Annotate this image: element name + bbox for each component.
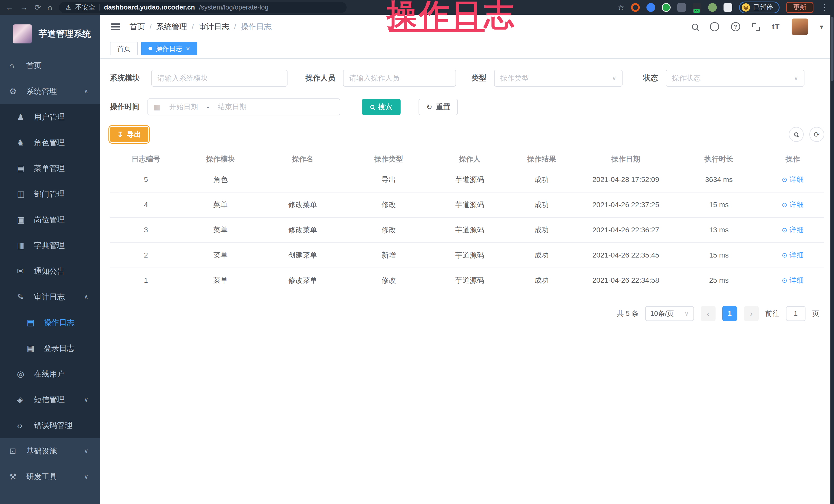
sidebar-item-dictionary[interactable]: ▥字典管理 (0, 233, 100, 258)
forward-icon[interactable]: → (20, 4, 28, 11)
table-row: 1菜单修改菜单修改芋道源码成功2021-04-26 22:34:5825 ms⊙… (110, 268, 824, 293)
sidebar-item-error-codes[interactable]: ‹›错误码管理 (0, 413, 100, 438)
extensions-puzzle-icon[interactable] (724, 3, 732, 12)
table-column-header: 操作名 (259, 154, 346, 164)
tab-operate-log[interactable]: 操作日志× (141, 42, 197, 55)
extension-icon-3[interactable] (662, 3, 671, 12)
cell-name: 创建菜单 (259, 250, 346, 260)
sidebar-item-audit-log[interactable]: ✎审计日志∧ (0, 284, 100, 310)
table-toolbar: ↧ 导出 ⟳ (110, 127, 824, 142)
bookmark-star-icon[interactable]: ☆ (617, 3, 624, 12)
user-avatar[interactable] (792, 19, 808, 35)
prev-page-button[interactable]: ‹ (701, 306, 716, 321)
browser-menu-kebab-icon[interactable]: ⋮ (820, 3, 828, 12)
address-bar[interactable]: ⚠ 不安全 dashboard.yudao.iocoder.cn /system… (59, 2, 347, 13)
cell-id: 3 (110, 226, 182, 234)
extension-icon-5[interactable]: on (693, 3, 701, 12)
fullscreen-icon[interactable] (752, 23, 760, 31)
sidebar-item-dev-tools[interactable]: ⚒研发工具∨ (0, 464, 100, 489)
sidebar-item-menus[interactable]: ▤菜单管理 (0, 155, 100, 181)
operator-input[interactable] (343, 70, 456, 87)
sidebar-item-sms[interactable]: ◈短信管理∨ (0, 387, 100, 413)
sidebar-item-departments[interactable]: ◫部门管理 (0, 181, 100, 207)
extension-icon-1[interactable] (631, 3, 640, 12)
sidebar-item-users[interactable]: ♟用户管理 (0, 104, 100, 130)
close-icon[interactable]: × (186, 45, 190, 52)
chevron-down-icon: ∨ (84, 447, 88, 455)
time-label: 操作时间 (110, 102, 140, 112)
page-size-select[interactable]: 10条/页 ∨ (645, 306, 694, 321)
sidebar-item-posts[interactable]: ▣岗位管理 (0, 207, 100, 233)
sidebar-item-system[interactable]: ⚙系统管理∧ (0, 79, 100, 104)
pagination: 共 5 条 10条/页 ∨ ‹ 1 › 前往 页 (110, 306, 824, 321)
chevron-down-icon[interactable]: ▾ (820, 23, 823, 31)
detail-link[interactable]: ⊙详细 (782, 175, 804, 184)
sidebar-item-label: 错误码管理 (34, 420, 72, 431)
header-icons: ? tT ▾ (692, 19, 823, 35)
sidebar-item-login-log[interactable]: ▦登录日志 (0, 335, 100, 361)
sidebar-item-operate-log[interactable]: ▤操作日志 (0, 310, 100, 335)
error-code-icon: ‹› (17, 421, 31, 430)
type-select[interactable]: 操作类型 ∨ (494, 70, 622, 87)
tab-home[interactable]: 首页 (110, 42, 138, 55)
font-size-icon[interactable]: tT (772, 22, 780, 31)
date-range-picker[interactable]: ▦ 开始日期 - 结束日期 (148, 98, 340, 115)
search-icon[interactable] (692, 24, 698, 30)
home-icon[interactable]: ⌂ (47, 4, 52, 11)
table-column-header: 操作结果 (508, 154, 575, 164)
toggle-search-icon[interactable] (789, 127, 804, 142)
detail-link[interactable]: ⊙详细 (782, 250, 804, 260)
breadcrumb-item[interactable]: 首页 (130, 22, 145, 32)
cell-name: 修改菜单 (259, 225, 346, 235)
current-page-button[interactable]: 1 (722, 306, 737, 321)
sidebar-item-home[interactable]: ⌂首页 (0, 53, 100, 79)
export-button[interactable]: ↧ 导出 (110, 127, 148, 142)
cell-operator: 芋道源码 (431, 175, 508, 184)
operate-log-icon: ▤ (27, 318, 41, 327)
extension-icon-4[interactable] (677, 3, 686, 12)
sidebar-item-notices[interactable]: ✉通知公告 (0, 258, 100, 284)
sidebar-item-label: 菜单管理 (34, 163, 65, 174)
search-button[interactable]: 搜索 (362, 99, 400, 115)
github-icon[interactable] (710, 22, 719, 31)
reset-button[interactable]: ↻ 重置 (419, 99, 458, 115)
breadcrumb-item[interactable]: 审计日志 (199, 22, 229, 32)
sidebar-item-online-users[interactable]: ◎在线用户 (0, 361, 100, 387)
detail-link[interactable]: ⊙详细 (782, 200, 804, 210)
collapse-sidebar-icon[interactable] (111, 26, 120, 27)
date-range-separator: - (206, 103, 209, 111)
cell-actions: ⊙详细 (761, 250, 824, 260)
chevron-down-icon: ∨ (684, 310, 689, 317)
browser-profile-button[interactable]: 已暂停 (739, 2, 780, 13)
cell-name: 修改菜单 (259, 276, 346, 285)
breadcrumb-separator: / (150, 22, 152, 31)
search-icon (370, 105, 374, 109)
next-page-button[interactable]: › (744, 306, 759, 321)
table-row: 2菜单创建菜单新增芋道源码成功2021-04-26 22:35:4515 ms⊙… (110, 243, 824, 268)
login-log-icon: ▦ (27, 343, 41, 353)
back-icon[interactable]: ← (6, 4, 13, 11)
table-column-header: 操作模块 (182, 154, 259, 164)
extension-icon-2[interactable] (646, 3, 655, 12)
goto-page-input[interactable] (786, 306, 806, 321)
status-select[interactable]: 操作状态 ∨ (666, 70, 805, 87)
extension-icon-6[interactable] (708, 3, 717, 12)
module-input[interactable] (151, 70, 287, 87)
table-row: 3菜单修改菜单修改芋道源码成功2021-04-26 22:36:2713 ms⊙… (110, 218, 824, 243)
detail-link[interactable]: ⊙详细 (782, 276, 804, 285)
dev-tools-icon: ⚒ (9, 472, 23, 482)
sidebar-item-roles[interactable]: ♞角色管理 (0, 130, 100, 155)
detail-link-label: 详细 (789, 225, 804, 235)
operator-label: 操作人员 (306, 73, 335, 83)
refresh-table-icon[interactable]: ⟳ (809, 127, 824, 142)
cell-duration: 13 ms (677, 226, 761, 234)
help-icon[interactable]: ? (731, 22, 740, 31)
sidebar-item-infra[interactable]: ⊡基础设施∨ (0, 438, 100, 464)
reload-icon[interactable]: ⟳ (35, 4, 41, 11)
browser-update-button[interactable]: 更新 (786, 2, 813, 13)
breadcrumb-item[interactable]: 系统管理 (156, 22, 187, 32)
browser-scrollbar[interactable] (830, 15, 834, 504)
detail-link[interactable]: ⊙详细 (782, 225, 804, 235)
scrollbar-thumb[interactable] (831, 17, 833, 81)
url-domain: dashboard.yudao.iocoder.cn (104, 3, 195, 11)
